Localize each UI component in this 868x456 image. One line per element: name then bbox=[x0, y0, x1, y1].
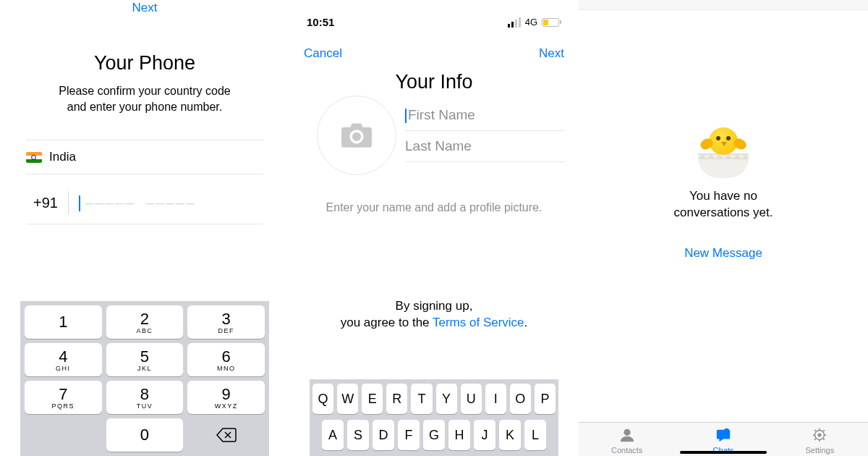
flag-india-icon bbox=[26, 152, 42, 163]
country-selector[interactable]: India bbox=[26, 150, 263, 164]
home-indicator bbox=[680, 451, 767, 454]
phone-input-row[interactable]: +91 ––––– ––––– bbox=[26, 187, 263, 224]
key-r[interactable]: R bbox=[386, 384, 407, 414]
keypad-2[interactable]: 2ABC bbox=[106, 305, 184, 339]
status-bar: 10:51 4G bbox=[289, 16, 579, 28]
page-title: Your Info bbox=[289, 71, 579, 93]
first-name-field[interactable]: First Name bbox=[405, 100, 564, 131]
qwerty-keyboard: QWERTYUIOP ASDFGHJKL bbox=[310, 379, 558, 456]
key-q[interactable]: Q bbox=[312, 384, 333, 414]
key-s[interactable]: S bbox=[347, 420, 369, 450]
keypad-6[interactable]: 6MNO bbox=[187, 343, 265, 376]
tab-label: Contacts bbox=[611, 446, 642, 455]
key-h[interactable]: H bbox=[448, 420, 470, 450]
tos-text: By signing up, you agree to the Terms of… bbox=[289, 298, 579, 332]
key-p[interactable]: P bbox=[535, 384, 556, 414]
separator bbox=[68, 191, 69, 214]
next-button[interactable]: Next bbox=[0, 1, 289, 15]
key-g[interactable]: G bbox=[423, 420, 445, 450]
empty-state-text: You have noconversations yet. bbox=[673, 188, 773, 221]
tab-label: Settings bbox=[805, 446, 834, 455]
keypad-4[interactable]: 4GHI bbox=[25, 343, 102, 376]
country-name: India bbox=[49, 150, 76, 164]
keypad-1[interactable]: 1 bbox=[25, 305, 102, 339]
next-button[interactable]: Next bbox=[539, 46, 564, 61]
key-a[interactable]: A bbox=[322, 420, 344, 450]
page-title: Your Phone bbox=[0, 52, 289, 75]
dial-code: +91 bbox=[33, 195, 58, 211]
phone-input[interactable]: ––––– ––––– bbox=[79, 194, 196, 212]
keypad-3[interactable]: 3DEF bbox=[187, 305, 265, 339]
nav-bar bbox=[579, 0, 868, 10]
keypad-8[interactable]: 8TUV bbox=[106, 381, 184, 414]
signal-icon bbox=[508, 17, 521, 28]
avatar-placeholder[interactable] bbox=[317, 96, 396, 175]
status-time: 10:51 bbox=[307, 16, 334, 28]
key-t[interactable]: T bbox=[411, 384, 432, 414]
network-label: 4G bbox=[525, 17, 537, 28]
new-message-button[interactable]: New Message bbox=[684, 246, 762, 261]
cancel-button[interactable]: Cancel bbox=[304, 46, 342, 61]
tos-link[interactable]: Terms of Service bbox=[433, 316, 524, 329]
svg-point-0 bbox=[624, 429, 630, 436]
hatching-chick-icon bbox=[694, 123, 752, 181]
backspace-key[interactable] bbox=[187, 418, 265, 452]
key-l[interactable]: L bbox=[524, 420, 546, 450]
contacts-icon bbox=[618, 427, 637, 444]
key-j[interactable]: J bbox=[474, 420, 495, 450]
keypad-7[interactable]: 7PQRS bbox=[25, 381, 102, 414]
tab-contacts[interactable]: Contacts bbox=[579, 427, 675, 455]
camera-icon bbox=[341, 123, 372, 148]
key-d[interactable]: D bbox=[373, 420, 394, 450]
keypad-9[interactable]: 9WXYZ bbox=[187, 381, 265, 414]
battery-icon bbox=[542, 18, 561, 27]
backspace-icon bbox=[216, 428, 237, 442]
chats-icon bbox=[714, 427, 733, 444]
key-y[interactable]: Y bbox=[436, 384, 457, 414]
keypad-5[interactable]: 5JKL bbox=[106, 343, 184, 376]
tab-settings[interactable]: Settings bbox=[772, 427, 868, 455]
key-u[interactable]: U bbox=[461, 384, 482, 414]
last-name-field[interactable]: Last Name bbox=[405, 131, 564, 162]
key-o[interactable]: O bbox=[510, 384, 531, 414]
key-k[interactable]: K bbox=[499, 420, 521, 450]
key-e[interactable]: E bbox=[362, 384, 383, 414]
keypad-0[interactable]: 0 bbox=[106, 418, 184, 452]
key-w[interactable]: W bbox=[337, 384, 358, 414]
settings-icon bbox=[810, 427, 829, 444]
numeric-keypad: 12ABC3DEF4GHI5JKL6MNO7PQRS8TUV9WXYZ0 bbox=[20, 301, 269, 456]
svg-point-1 bbox=[724, 428, 729, 434]
key-f[interactable]: F bbox=[398, 420, 420, 450]
key-i[interactable]: I bbox=[485, 384, 506, 414]
form-hint: Enter your name and add a profile pictur… bbox=[289, 201, 579, 214]
svg-point-3 bbox=[818, 434, 821, 436]
page-subtitle: Please confirm your country codeand ente… bbox=[0, 83, 289, 114]
